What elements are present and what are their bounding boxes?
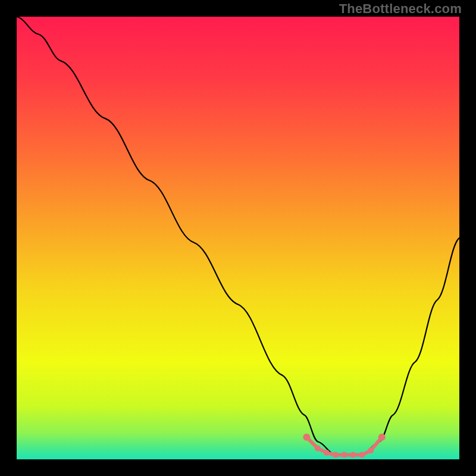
sweet-spot-marker [359, 452, 365, 458]
sweet-spot-marker [333, 452, 339, 458]
sweet-spot-marker [368, 447, 374, 453]
sweet-spot-marker [303, 434, 310, 441]
sweet-spot-marker [378, 434, 386, 441]
sweet-spot-marker [342, 452, 347, 458]
chart-svg [17, 17, 459, 459]
sweet-spot-marker [315, 445, 321, 451]
attribution-text: TheBottleneck.com [339, 1, 462, 17]
chart-background-gradient [17, 17, 459, 459]
chart-plot-area [17, 17, 459, 459]
sweet-spot-marker [324, 450, 330, 456]
sweet-spot-marker [350, 452, 356, 458]
